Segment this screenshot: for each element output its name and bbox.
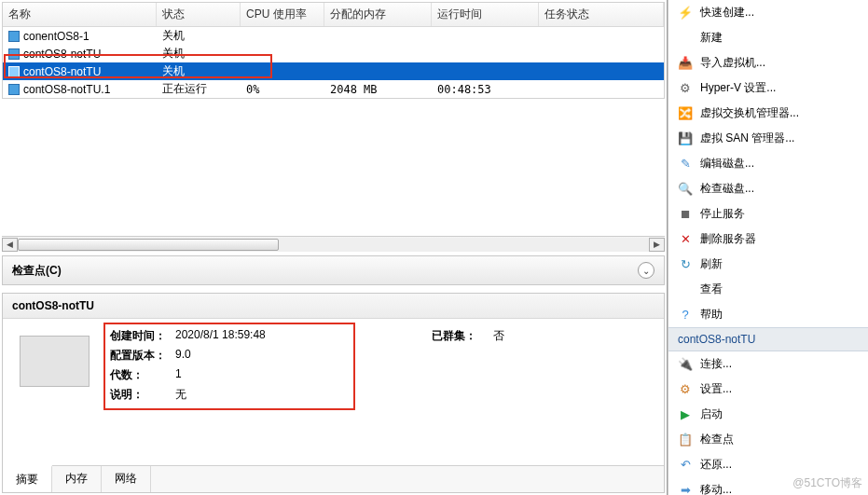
vm-cpu xyxy=(241,53,324,55)
desc-value: 无 xyxy=(175,387,186,403)
action-label: 编辑磁盘... xyxy=(700,156,754,172)
action-label: 快速创建... xyxy=(700,5,754,21)
vm-state: 正在运行 xyxy=(157,80,241,98)
vm-icon xyxy=(8,84,20,95)
action-icon: 🔀 xyxy=(678,106,693,121)
details-title: contOS8-notTU xyxy=(3,294,664,319)
vm-task xyxy=(539,71,664,73)
vm-mem xyxy=(324,35,432,37)
action-item[interactable]: ⚙设置... xyxy=(668,377,868,402)
action-icon: 📥 xyxy=(678,56,693,71)
action-icon: 📋 xyxy=(678,433,693,447)
action-icon: 🔌 xyxy=(678,357,693,372)
action-item[interactable]: 🔍检查磁盘... xyxy=(668,176,868,201)
action-label: 移动... xyxy=(700,482,732,495)
vm-list-header: 名称 状态 CPU 使用率 分配的内存 运行时间 任务状态 xyxy=(3,3,664,27)
vm-name: contOS8-notTU xyxy=(23,65,101,78)
action-icon: ? xyxy=(678,308,693,323)
action-label: 连接... xyxy=(700,356,732,372)
tab-summary[interactable]: 摘要 xyxy=(3,465,52,492)
action-icon: ⚙ xyxy=(678,81,693,96)
action-icon: ⚡ xyxy=(678,6,693,21)
action-label: 刷新 xyxy=(700,256,723,272)
action-icon: ✎ xyxy=(678,157,693,172)
tab-memory[interactable]: 内存 xyxy=(52,466,102,492)
action-item[interactable]: ➡移动... xyxy=(668,477,868,495)
action-label: 新建 xyxy=(700,30,723,46)
scroll-thumb[interactable] xyxy=(18,239,279,251)
action-icon: 🔍 xyxy=(678,182,693,197)
vm-list-body: conentOS8-1关机contOS8-notTU关机contOS8-notT… xyxy=(3,27,664,98)
col-name[interactable]: 名称 xyxy=(3,3,157,26)
details-body: 创建时间：2020/8/1 18:59:48 配置版本：9.0 代数：1 说明：… xyxy=(3,319,664,465)
vm-list-area: 名称 状态 CPU 使用率 分配的内存 运行时间 任务状态 conentOS8-… xyxy=(0,0,667,252)
col-task[interactable]: 任务状态 xyxy=(539,3,664,26)
vm-name: contOS8-notTU xyxy=(23,48,101,61)
action-label: 设置... xyxy=(700,381,732,397)
actions-general: ⚡快速创建...新建📥导入虚拟机...⚙Hyper-V 设置...🔀虚拟交换机管… xyxy=(668,0,868,327)
vm-state: 关机 xyxy=(157,45,241,62)
gen-label: 代数： xyxy=(110,367,175,383)
action-icon xyxy=(678,31,693,46)
vm-mem xyxy=(324,53,432,55)
vm-time xyxy=(432,35,539,37)
action-item[interactable]: ✕删除服务器 xyxy=(668,227,868,252)
vm-task xyxy=(539,89,664,90)
vm-icon xyxy=(8,31,20,42)
action-item[interactable]: ▶启动 xyxy=(668,402,868,427)
action-label: 删除服务器 xyxy=(700,231,756,247)
action-icon: ↻ xyxy=(678,257,693,272)
details-panel: contOS8-notTU 创建时间：2020/8/1 18:59:48 配置版… xyxy=(2,293,665,493)
col-time[interactable]: 运行时间 xyxy=(432,3,539,26)
vm-cpu: 0% xyxy=(241,82,324,97)
vm-cpu xyxy=(241,35,324,37)
action-item[interactable]: 📋检查点 xyxy=(668,427,868,452)
action-item[interactable]: 🔀虚拟交换机管理器... xyxy=(668,101,868,126)
action-item[interactable]: ⚙Hyper-V 设置... xyxy=(668,76,868,101)
created-label: 创建时间： xyxy=(110,328,175,344)
action-item[interactable]: ↶还原... xyxy=(668,452,868,477)
col-state[interactable]: 状态 xyxy=(157,3,241,26)
action-icon: ⏹ xyxy=(678,207,693,222)
vm-thumbnail xyxy=(20,336,90,387)
action-item[interactable]: 🔌连接... xyxy=(668,351,868,377)
actions-sidebar: ⚡快速创建...新建📥导入虚拟机...⚙Hyper-V 设置...🔀虚拟交换机管… xyxy=(668,0,868,495)
scroll-track[interactable] xyxy=(18,238,649,252)
table-row[interactable]: conentOS8-1关机 xyxy=(3,27,664,45)
action-item[interactable]: ?帮助 xyxy=(668,302,868,327)
desc-label: 说明： xyxy=(110,387,175,403)
scroll-right-button[interactable]: ▶ xyxy=(649,238,665,252)
horizontal-scrollbar[interactable]: ◀ ▶ xyxy=(2,236,665,252)
scroll-left-button[interactable]: ◀ xyxy=(2,238,18,252)
table-row[interactable]: contOS8-notTU关机 xyxy=(3,62,664,80)
action-item[interactable]: ✎编辑磁盘... xyxy=(668,151,868,176)
action-label: 虚拟交换机管理器... xyxy=(700,105,799,121)
vm-state: 关机 xyxy=(157,27,241,45)
vm-time xyxy=(432,53,539,55)
chevron-down-icon[interactable]: ⌄ xyxy=(638,262,654,279)
action-item[interactable]: ↻刷新 xyxy=(668,252,868,277)
action-item[interactable]: 查看 xyxy=(668,277,868,302)
action-item[interactable]: 新建 xyxy=(668,25,868,50)
cluster-kv: 已群集： 否 xyxy=(432,328,504,344)
action-item[interactable]: ⚡快速创建... xyxy=(668,0,868,25)
table-row[interactable]: contOS8-notTU关机 xyxy=(3,45,664,62)
action-icon: 💾 xyxy=(678,131,693,146)
action-label: 虚拟 SAN 管理器... xyxy=(700,131,794,146)
table-row[interactable]: contOS8-notTU.1正在运行0%2048 MB00:48:53 xyxy=(3,80,664,98)
col-cpu[interactable]: CPU 使用率 xyxy=(241,3,324,26)
vm-task xyxy=(539,35,664,37)
gen-value: 1 xyxy=(175,367,182,383)
action-label: Hyper-V 设置... xyxy=(700,80,776,96)
vm-mem: 2048 MB xyxy=(324,82,432,97)
checkpoint-header[interactable]: 检查点(C) ⌄ xyxy=(2,255,665,285)
col-mem[interactable]: 分配的内存 xyxy=(324,3,432,26)
action-item[interactable]: ⏹停止服务 xyxy=(668,201,868,227)
tab-network[interactable]: 网络 xyxy=(102,466,151,492)
action-label: 启动 xyxy=(700,406,723,422)
action-item[interactable]: 📥导入虚拟机... xyxy=(668,50,868,76)
vm-state: 关机 xyxy=(157,62,241,80)
checkpoint-label: 检查点(C) xyxy=(12,263,62,279)
action-item[interactable]: 💾虚拟 SAN 管理器... xyxy=(668,126,868,151)
vm-task xyxy=(539,53,664,55)
